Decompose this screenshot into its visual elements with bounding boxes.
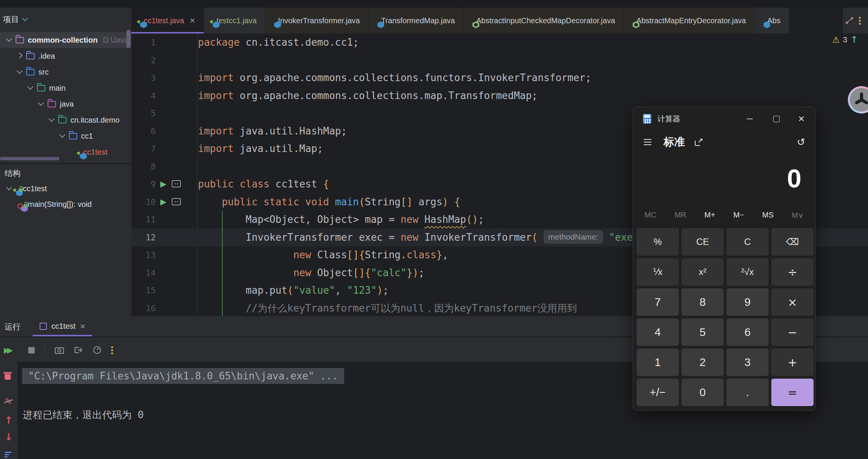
profiler-icon[interactable] — [93, 346, 101, 354]
editor-tab[interactable]: testcc1.java — [204, 8, 266, 34]
editor-tab[interactable]: AbstractInputCheckedMapDecorator.java — [464, 8, 624, 34]
clear-console-icon[interactable] — [5, 374, 11, 380]
calc-button-%[interactable]: % — [637, 228, 679, 256]
calc-button-7[interactable]: 7 — [637, 288, 679, 316]
calc-button-−[interactable]: − — [771, 318, 814, 346]
run-more-options-icon[interactable] — [111, 346, 113, 348]
down-stack-icon[interactable]: ↓ — [5, 431, 13, 443]
calc-button-9[interactable]: 9 — [726, 288, 769, 316]
chevron-down-icon[interactable] — [49, 116, 55, 122]
project-item-src[interactable]: src — [0, 64, 131, 80]
run-tab-cc1test[interactable]: cc1test × — [33, 316, 92, 336]
camera-icon[interactable] — [55, 346, 64, 354]
project-item-java[interactable]: java — [0, 96, 131, 112]
project-item-cn.itcast.demo[interactable]: cn.itcast.demo — [0, 112, 131, 128]
code-line: 4import org.apache.commons.collections.m… — [131, 87, 868, 105]
project-item-common-collection[interactable]: common-collectionD:\Java_Proj — [0, 32, 131, 48]
inspections-widget[interactable]: ⚠ 3 ↑ — [832, 34, 858, 45]
run-icon[interactable]: ▶ — [160, 175, 166, 193]
calc-button-⅟x[interactable]: ⅟x — [637, 258, 679, 286]
line-number: 12 — [131, 229, 156, 246]
calc-button-+[interactable]: + — [771, 349, 814, 376]
soft-wrap-icon[interactable] — [5, 452, 11, 458]
chevron-down-icon[interactable] — [38, 100, 44, 106]
structure-panel-title: 结构 — [5, 166, 21, 181]
run-target-icon — [18, 203, 23, 209]
run-config-icon[interactable] — [172, 180, 181, 187]
project-item-cc1[interactable]: cc1 — [0, 128, 131, 144]
stop-icon[interactable] — [28, 347, 35, 353]
calc-button-4[interactable]: 4 — [637, 318, 679, 346]
line-number: 9 — [131, 175, 156, 193]
memory-button-MS[interactable]: MS — [762, 211, 774, 220]
chevron-down-icon[interactable] — [6, 36, 12, 42]
folder-icon — [58, 115, 67, 125]
calculator-window[interactable]: 计算器 ─ × 标准 ↗ ↺ 0 MCMRM+M−MSM∨ %CEC⌫⅟xx²²… — [633, 107, 815, 411]
minimize-button[interactable]: ─ — [737, 107, 762, 131]
edit-icon[interactable]: ✎ — [5, 396, 12, 407]
project-vertical-scrollbar[interactable] — [126, 30, 131, 48]
close-button[interactable]: × — [789, 107, 814, 131]
structure-item[interactable]: cc1test — [0, 181, 131, 197]
prev-problem-icon[interactable]: ↑ — [850, 34, 858, 45]
calc-button-x²[interactable]: x² — [681, 258, 724, 286]
panel-divider[interactable] — [0, 163, 131, 164]
run-config-icon[interactable] — [172, 198, 181, 205]
calc-button-3[interactable]: 3 — [726, 349, 769, 376]
structure-item[interactable]: main(String[]): void — [0, 197, 131, 212]
calc-button-6[interactable]: 6 — [726, 318, 769, 346]
chevron-down-icon[interactable] — [6, 184, 12, 190]
calc-button-CE[interactable]: CE — [681, 228, 724, 256]
calculator-title-bar[interactable]: 计算器 ─ × — [633, 107, 815, 131]
rerun-icon[interactable]: ▶▶ — [4, 345, 18, 355]
close-tab-icon[interactable]: × — [190, 17, 195, 24]
editor-tab[interactable]: AbstractMapEntryDecorator.java — [624, 8, 755, 34]
calc-button-.[interactable]: . — [726, 379, 769, 406]
run-icon[interactable]: ▶ — [160, 193, 166, 211]
calc-button-=[interactable]: = — [771, 379, 814, 406]
calc-button-+/−[interactable]: +/− — [637, 379, 679, 406]
line-number: 5 — [131, 104, 156, 122]
chevron-down-icon[interactable] — [27, 84, 34, 90]
calc-button-2[interactable]: 2 — [681, 349, 724, 376]
project-item-.idea[interactable]: .idea — [0, 48, 131, 64]
calc-button-8[interactable]: 8 — [681, 288, 724, 316]
project-horizontal-scrollbar[interactable] — [0, 157, 59, 160]
maximize-button[interactable] — [764, 107, 788, 131]
chevron-down-icon[interactable] — [17, 68, 23, 74]
chevron-right-icon[interactable] — [17, 52, 23, 58]
history-icon[interactable]: ↺ — [797, 136, 805, 148]
calc-button-⌫[interactable]: ⌫ — [771, 228, 814, 256]
calc-button-5[interactable]: 5 — [681, 318, 724, 346]
expand-icon[interactable]: ↗↙ — [845, 16, 854, 25]
memory-button-M+[interactable]: M+ — [704, 211, 715, 220]
chevron-down-icon[interactable] — [59, 132, 65, 138]
project-item-main[interactable]: main — [0, 80, 131, 96]
close-icon[interactable]: × — [80, 321, 85, 332]
line-number: 15 — [131, 281, 156, 299]
calc-button-1[interactable]: 1 — [637, 349, 679, 376]
editor-tab[interactable]: InvokerTransformer.java — [265, 8, 369, 34]
memory-button-MR[interactable]: MR — [675, 211, 686, 220]
memory-button-M−[interactable]: M− — [733, 211, 744, 220]
editor-tab[interactable]: Abs — [755, 8, 789, 34]
console-exit-message: 进程已结束，退出代码为 0 — [23, 408, 144, 422]
calc-button-²√x[interactable]: ²√x — [726, 258, 769, 286]
calc-button-C[interactable]: C — [726, 228, 769, 256]
calc-button-÷[interactable]: ÷ — [771, 258, 814, 286]
hamburger-menu-icon[interactable] — [644, 139, 651, 140]
keep-on-top-icon[interactable]: ↗ — [695, 138, 702, 146]
tree-item-label: cc1test — [83, 148, 107, 157]
editor-tab[interactable]: TransformedMap.java — [369, 8, 464, 34]
editor-tab[interactable]: cc1test.java× — [131, 8, 204, 34]
more-options-icon[interactable] — [859, 17, 861, 19]
export-icon[interactable] — [74, 346, 83, 354]
calc-button-0[interactable]: 0 — [681, 379, 724, 406]
memory-button-M∨[interactable]: M∨ — [792, 211, 804, 220]
up-stack-icon[interactable]: ↑ — [5, 414, 13, 426]
code-text: import org.apache.commons.collections.fu… — [198, 69, 591, 87]
memory-button-MC[interactable]: MC — [645, 211, 656, 220]
calc-button-×[interactable]: × — [771, 288, 814, 316]
project-panel-header[interactable]: 项目 — [0, 8, 131, 31]
code-text: Map<Object, Object> map = new HashMap(); — [198, 211, 484, 229]
